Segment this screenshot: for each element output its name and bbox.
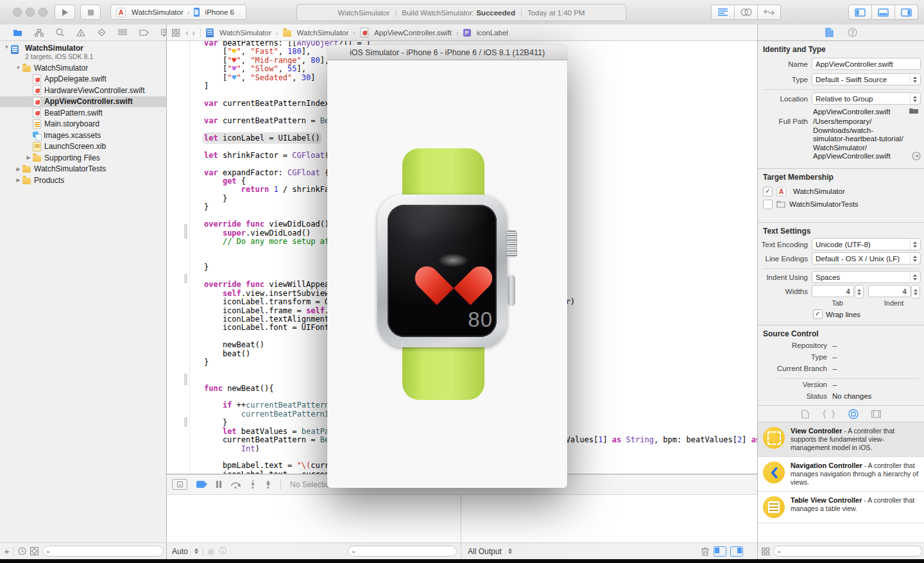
find-navigator-icon[interactable]	[56, 28, 64, 37]
version-editor-button[interactable]	[758, 4, 781, 20]
nav-item-beatpattern-swift[interactable]: BeatPattern.swift	[0, 107, 166, 119]
issue-navigator-icon[interactable]	[76, 29, 85, 37]
crumb-label: AppViewController.swift	[374, 29, 452, 37]
nav-item-watchsimulator[interactable]: ▼WatchSimulator	[0, 62, 166, 74]
unsaved-files-icon[interactable]	[30, 547, 38, 555]
library-item-text: Table View Controller - A controller tha…	[791, 496, 920, 518]
jumpbar-crumb[interactable]: WatchSimulator	[206, 28, 271, 37]
toggle-navigator-button[interactable]	[848, 4, 872, 20]
disclosure-triangle[interactable]: ▼	[14, 65, 22, 71]
target-checkbox[interactable]: ✓	[763, 187, 773, 196]
jumpbar-crumb[interactable]: WatchSimulator	[283, 29, 349, 37]
step-into-icon[interactable]	[250, 480, 256, 489]
project-navigator-icon[interactable]	[13, 29, 22, 37]
jumpbar-crumb[interactable]: PiconLabel	[463, 29, 508, 37]
ios-simulator-window[interactable]: iOS Simulator - iPhone 6 - iPhone 6 / iO…	[327, 45, 567, 488]
nav-item-supporting-files[interactable]: ▶Supporting Files	[0, 152, 166, 164]
jump-bar: ‹ › WatchSimulator›WatchSimulator›AppVie…	[167, 24, 757, 41]
object-library-list: View Controller - A controller that supp…	[758, 422, 924, 523]
pause-icon[interactable]	[216, 481, 221, 488]
forward-button[interactable]: ›	[192, 27, 195, 38]
minimize-window-icon[interactable]	[26, 8, 35, 17]
nav-item-hardwareviewcontroller-swift[interactable]: HardwareViewController.swift	[0, 85, 166, 96]
run-button[interactable]	[55, 4, 75, 20]
source-control-value: --	[832, 365, 837, 372]
scheme-selector[interactable]: A WatchSimulator › iPhone 6	[110, 4, 246, 20]
step-out-icon[interactable]	[265, 480, 271, 489]
library-search-field[interactable]: ◒	[773, 546, 922, 557]
code-snippet-library-icon[interactable]: { }	[822, 410, 836, 419]
test-navigator-icon[interactable]	[98, 28, 106, 37]
file-location-icon[interactable]	[909, 107, 918, 114]
type-dropdown[interactable]: Default - Swift Source	[812, 73, 921, 85]
close-window-icon[interactable]	[13, 8, 22, 17]
library-item-table-view-controller[interactable]: Table View Controller - A controller tha…	[758, 492, 924, 523]
activity-view: WatchSimulator | Build WatchSimulator: S…	[296, 4, 626, 21]
indent-width-stepper[interactable]	[911, 285, 920, 299]
play-icon	[62, 9, 68, 16]
toggle-utilities-button[interactable]	[895, 4, 918, 20]
nav-item-products[interactable]: ▶Products	[0, 175, 166, 186]
indent-using-dropdown[interactable]: Spaces	[812, 271, 921, 283]
debug-panel-icon	[878, 8, 889, 17]
location-dropdown[interactable]: Relative to Group	[812, 92, 921, 105]
simulator-title-bar[interactable]: iOS Simulator - iPhone 6 - iPhone 6 / iO…	[327, 45, 567, 60]
breakpoints-toggle-icon[interactable]	[196, 481, 207, 488]
indent-width-field[interactable]: 4	[868, 285, 911, 297]
location-icon[interactable]: ◎	[208, 547, 214, 556]
nav-item-watchsimulatortests[interactable]: ▶WatchSimulatorTests	[0, 164, 166, 175]
library-item-view-controller[interactable]: View Controller - A controller that supp…	[758, 422, 924, 457]
open-path-arrow-icon[interactable]	[912, 152, 921, 160]
zoom-window-icon[interactable]	[38, 8, 47, 17]
nav-item-launchscreen-xib[interactable]: LaunchScreen.xib	[0, 141, 166, 153]
back-button[interactable]: ‹	[185, 27, 189, 38]
file-inspector-icon[interactable]	[825, 28, 834, 37]
library-grid-icon[interactable]	[762, 548, 769, 555]
show-variables-view-button[interactable]	[714, 546, 726, 557]
target-row[interactable]: WatchSimulatorTests	[763, 198, 920, 211]
media-library-icon[interactable]	[871, 410, 881, 418]
assistant-editor-button[interactable]	[735, 4, 758, 20]
variables-filter-field[interactable]: ◒	[348, 546, 457, 557]
standard-editor-button[interactable]	[711, 4, 735, 20]
show-console-button[interactable]	[730, 546, 743, 557]
add-button[interactable]: +	[4, 546, 10, 557]
project-row[interactable]: ▼ WatchSimulator 2 targets, iOS SDK 8.1	[0, 42, 166, 62]
clear-console-icon[interactable]	[701, 547, 709, 556]
nav-item-appdelegate-swift[interactable]: AppDelegate.swift	[0, 74, 166, 85]
hide-debug-area-button[interactable]	[172, 479, 187, 490]
disclosure-triangle[interactable]: ▶	[14, 177, 22, 183]
toggle-debug-area-button[interactable]	[872, 4, 895, 20]
related-items-icon[interactable]	[172, 29, 180, 37]
variables-scope-dropdown[interactable]: Auto	[172, 547, 188, 556]
recent-files-icon[interactable]	[18, 547, 26, 555]
info-icon[interactable]: ⓘ	[219, 546, 227, 557]
nav-item-images-xcassets[interactable]: Images.xcassets	[0, 130, 166, 141]
text-encoding-dropdown[interactable]: Unicode (UTF-8)	[812, 238, 921, 250]
name-field[interactable]: AppViewController.swift	[812, 58, 921, 70]
object-library-icon[interactable]	[848, 409, 859, 419]
step-over-icon[interactable]	[230, 481, 241, 489]
jumpbar-crumb[interactable]: AppViewController.swift	[360, 28, 452, 37]
wrap-lines-checkbox[interactable]: ✓	[813, 309, 823, 319]
breakpoint-navigator-icon[interactable]	[139, 30, 149, 36]
file-template-library-icon[interactable]	[801, 410, 809, 419]
console-scope-dropdown[interactable]: All Output	[468, 547, 502, 556]
line-endings-dropdown[interactable]: Default - OS X / Unix (LF)	[812, 252, 921, 264]
wrap-lines-row[interactable]: ✓ Wrap lines	[813, 309, 860, 319]
nav-item-appviewcontroller-swift[interactable]: AppViewController.swift	[0, 96, 166, 108]
tab-width-stepper[interactable]	[855, 285, 864, 299]
quick-help-icon[interactable]	[848, 28, 857, 37]
target-checkbox[interactable]	[763, 200, 773, 209]
nav-item-main-storyboard[interactable]: Main.storyboard	[0, 119, 166, 130]
target-row[interactable]: ✓AWatchSimulator	[763, 185, 920, 198]
library-item-navigation-controller[interactable]: Navigation Controller - A controller tha…	[758, 457, 924, 492]
navigator-filter-field[interactable]: ◒	[42, 546, 164, 557]
stop-button[interactable]	[80, 4, 101, 20]
debug-navigator-icon[interactable]	[118, 29, 127, 36]
disclosure-triangle[interactable]: ▶	[24, 155, 33, 160]
symbol-navigator-icon[interactable]	[35, 29, 44, 37]
disclosure-triangle[interactable]: ▶	[14, 166, 22, 172]
disclosure-triangle[interactable]: ▼	[3, 44, 11, 61]
tab-width-field[interactable]: 4	[812, 285, 854, 297]
